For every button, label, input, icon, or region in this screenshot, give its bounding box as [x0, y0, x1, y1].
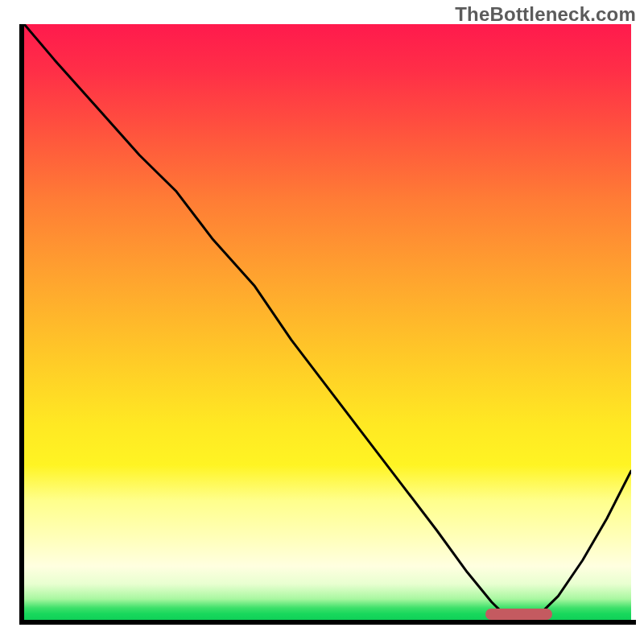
plot-area — [24, 24, 631, 620]
axis-x — [19, 620, 636, 625]
bottleneck-curve — [24, 24, 631, 620]
curve-layer — [24, 24, 631, 620]
watermark: TheBottleneck.com — [455, 3, 636, 26]
chart-container: TheBottleneck.com — [0, 0, 644, 644]
optimal-marker — [485, 609, 552, 620]
axis-y — [19, 24, 24, 625]
